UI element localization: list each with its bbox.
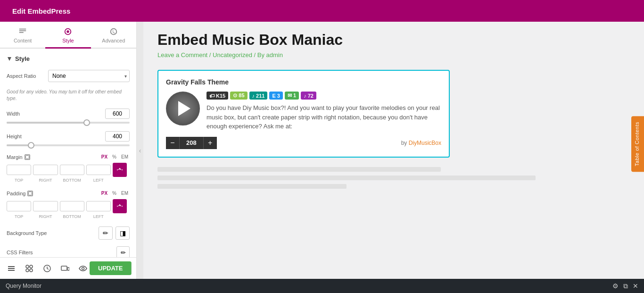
svg-rect-8	[19, 30, 26, 31]
svg-point-11	[67, 30, 69, 33]
embed-tags: 🏷 K15 ⊙ 85 ♪ 211 E 3 ✉ 1 ♪ 72	[206, 92, 441, 100]
svg-rect-24	[8, 268, 15, 269]
padding-unit-px[interactable]: PX	[100, 190, 109, 196]
tag-e3: E 3	[269, 92, 283, 100]
padding-right-label: RIGHT	[33, 214, 58, 219]
aspect-ratio-label: Aspect Ratio	[7, 73, 44, 79]
embed-card-title: Gravity Falls Theme	[166, 78, 441, 86]
padding-label: Padding	[7, 191, 33, 196]
embed-counter-row: − 208 + by DiyMusicBox	[166, 137, 441, 149]
svg-rect-31	[61, 266, 67, 270]
margin-units: PX % EM	[100, 154, 130, 160]
css-filters-row: CSS Filters ✏	[7, 246, 130, 257]
svg-rect-14	[25, 155, 29, 159]
tab-advanced[interactable]: Advanced	[91, 23, 136, 49]
svg-point-29	[30, 269, 33, 272]
query-monitor-label[interactable]: Query Monitor	[6, 283, 41, 289]
page-title: Embed Music Box Maniac	[157, 31, 630, 49]
counter-value: 208	[179, 137, 204, 149]
author-link[interactable]: admin	[266, 51, 283, 59]
history-icon[interactable]	[41, 262, 54, 275]
width-slider-track[interactable]	[7, 122, 130, 124]
svg-point-27	[30, 265, 33, 268]
width-input[interactable]	[105, 109, 130, 119]
embed-card: Gravity Falls Theme 🏷 K15 ⊙ 85 ♪ 211 E 3…	[157, 70, 450, 158]
aspect-ratio-select-wrapper: None 16:9 4:3 ▾	[48, 70, 130, 82]
embed-description: Do you have Diy Music box?! And you want…	[206, 103, 441, 131]
eye-icon[interactable]	[76, 262, 90, 275]
update-dropdown-button[interactable]: ▲	[131, 261, 132, 275]
tag-85: ⊙ 85	[230, 92, 247, 100]
layers-icon[interactable]	[5, 262, 18, 275]
embed-card-body: 🏷 K15 ⊙ 85 ♪ 211 E 3 ✉ 1 ♪ 72 Do you hav…	[166, 92, 441, 137]
margin-link-button[interactable]	[113, 163, 127, 177]
padding-top-input[interactable]	[7, 201, 31, 211]
widgets-icon[interactable]	[23, 262, 36, 275]
margin-unit-em[interactable]: EM	[120, 154, 130, 160]
padding-unit-pct[interactable]: %	[111, 190, 118, 196]
margin-section: Margin PX % EM	[7, 154, 130, 183]
update-button-group: UPDATE ▲	[90, 261, 132, 275]
placeholder-line-2	[157, 176, 536, 180]
svg-point-26	[26, 265, 29, 268]
counter-decrement-button[interactable]: −	[166, 137, 179, 149]
margin-bottom-input[interactable]	[60, 165, 84, 175]
bg-type-gradient-button[interactable]: ◨	[116, 226, 130, 240]
padding-inputs	[7, 199, 130, 213]
svg-rect-23	[8, 266, 15, 267]
placeholder-line-3	[157, 184, 347, 189]
aspect-ratio-hint: Good for any video. You may turn it off …	[7, 89, 130, 102]
category-link[interactable]: Uncategorized	[213, 51, 252, 59]
margin-left-input[interactable]	[86, 165, 111, 175]
margin-right-label: RIGHT	[33, 178, 58, 183]
padding-section: Padding PX % EM	[7, 190, 130, 219]
sidebar-resize-handle[interactable]: ‹	[137, 22, 143, 279]
margin-top-input[interactable]	[7, 165, 31, 175]
height-input[interactable]	[105, 131, 130, 142]
padding-right-input[interactable]	[33, 201, 58, 211]
embed-author[interactable]: DiyMusicBox	[409, 140, 441, 146]
play-button[interactable]	[166, 92, 200, 126]
qm-settings-icon[interactable]: ⚙	[612, 282, 619, 290]
margin-unit-px[interactable]: PX	[100, 154, 109, 160]
margin-unit-pct[interactable]: %	[111, 154, 118, 160]
margin-right-input[interactable]	[33, 165, 58, 175]
margin-left-label: LEFT	[86, 178, 111, 183]
tag-1: ✉ 1	[285, 92, 299, 100]
qm-close-icon[interactable]: ✕	[633, 282, 638, 290]
content-area: Embed Music Box Maniac Leave a Comment /…	[143, 22, 644, 279]
bg-type-solid-button[interactable]: ✏	[99, 226, 113, 240]
css-filters-label: CSS Filters	[7, 250, 33, 255]
margin-top-label: TOP	[7, 178, 31, 183]
qm-window-icon[interactable]: ⧉	[623, 282, 628, 290]
padding-link-button[interactable]	[113, 199, 127, 213]
counter-controls: − 208 +	[166, 137, 217, 149]
leave-comment-link[interactable]: Leave a Comment	[157, 51, 207, 59]
height-slider-track[interactable]	[7, 144, 130, 146]
play-icon	[178, 101, 190, 116]
aspect-ratio-field: Aspect Ratio None 16:9 4:3 ▾	[7, 70, 130, 82]
sidebar-content: Style Aspect Ratio None 16:9 4:3 ▾ Good …	[0, 49, 136, 257]
padding-unit-em[interactable]: EM	[120, 190, 130, 196]
responsive-icon[interactable]	[58, 262, 72, 275]
tab-content[interactable]: Content	[0, 23, 45, 49]
height-field: Height	[7, 131, 130, 146]
style-section-header: Style	[7, 55, 130, 62]
toc-tab[interactable]: Table of Contents	[631, 116, 644, 172]
padding-bottom-input[interactable]	[60, 201, 84, 211]
placeholder-lines	[157, 167, 630, 189]
padding-left-input[interactable]	[86, 201, 111, 211]
tab-style[interactable]: Style	[45, 23, 91, 49]
svg-marker-12	[8, 57, 11, 61]
css-filters-edit-button[interactable]: ✏	[116, 246, 130, 257]
aspect-ratio-select[interactable]: None 16:9 4:3	[48, 70, 130, 82]
bg-type-row: Background Type ✏ ◨	[7, 226, 130, 240]
embed-by-label: by DiyMusicBox	[401, 140, 441, 146]
counter-increment-button[interactable]: +	[204, 137, 217, 149]
padding-top-label: TOP	[7, 214, 31, 219]
margin-bottom-label: BOTTOM	[60, 178, 84, 183]
update-button[interactable]: UPDATE	[90, 261, 131, 275]
svg-point-28	[26, 269, 29, 272]
tag-k15: 🏷 K15	[206, 92, 228, 100]
embed-card-info: 🏷 K15 ⊙ 85 ♪ 211 E 3 ✉ 1 ♪ 72 Do you hav…	[206, 92, 441, 137]
